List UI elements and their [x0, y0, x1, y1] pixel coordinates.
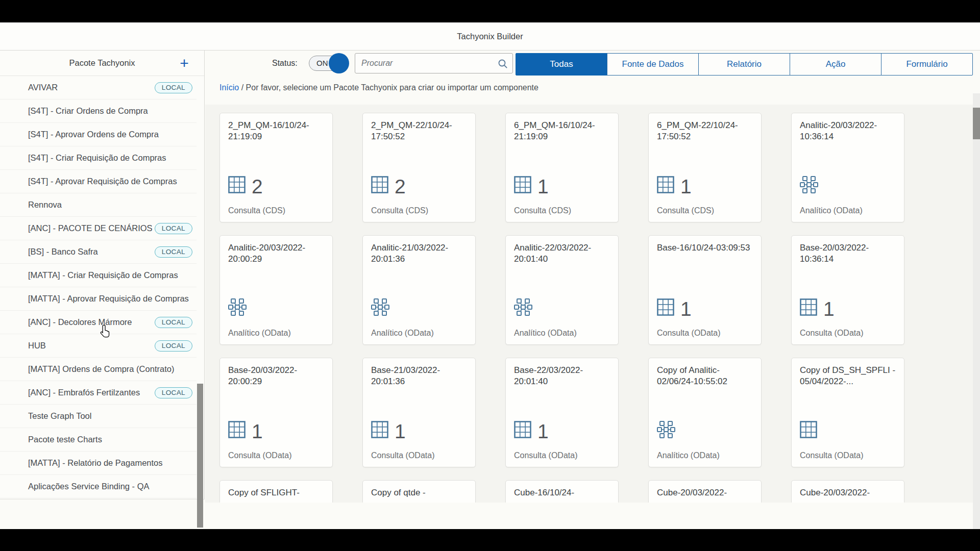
sidebar-item-label: Rennova	[28, 200, 62, 210]
search-icon[interactable]	[498, 59, 508, 71]
component-card[interactable]: 6_PM_QM-22/10/24-17:50:521Consulta (CDS)	[648, 113, 762, 222]
search-input[interactable]	[361, 54, 494, 72]
sidebar-item[interactable]: [S4T] - Criar Requisição de Compras	[0, 146, 197, 170]
main-scrollbar-thumb[interactable]	[973, 108, 980, 139]
sidebar-item-label: [S4T] - Aprovar Ordens de Compra	[28, 130, 159, 139]
card-icon-row	[800, 421, 817, 440]
sidebar-item[interactable]: HUBLOCAL	[0, 334, 197, 358]
grid-icon	[514, 421, 531, 440]
tab-relat-rio[interactable]: Relatório	[698, 53, 790, 76]
local-badge: LOCAL	[155, 223, 192, 234]
component-card[interactable]: Copy of DS_SH_SPFLI - 05/04/2022-...Cons…	[791, 358, 904, 467]
component-card[interactable]: 2_PM_QM-16/10/24-21:19:092Consulta (CDS)	[219, 113, 333, 222]
card-count: 1	[823, 300, 835, 318]
sidebar-item[interactable]: [MATTA] - Relatório de Pagamentos	[0, 452, 197, 475]
component-card[interactable]: Cube-20/03/2022-	[648, 480, 762, 503]
component-card[interactable]: Analitic-20/03/2022-10:36:14Analítico (O…	[791, 113, 904, 222]
component-card[interactable]: Base-20/03/2022-20:00:291Consulta (OData…	[219, 358, 333, 467]
component-card[interactable]: Analitic-20/03/2022-20:00:29Analítico (O…	[219, 235, 333, 345]
card-type-label: Consulta (CDS)	[514, 206, 571, 215]
component-card[interactable]: Analitic-21/03/2022-20:01:36Analítico (O…	[362, 235, 476, 345]
sidebar-item[interactable]: [S4T] - Aprovar Ordens de Compra	[0, 123, 197, 146]
tab-a-o[interactable]: Ação	[790, 53, 881, 76]
sidebar-scrollbar-thumb[interactable]	[197, 384, 203, 528]
molecule-icon	[228, 298, 247, 318]
component-card[interactable]: Base-20/03/2022-10:36:141Consulta (OData…	[791, 235, 904, 345]
card-title: Analitic-22/03/2022-20:01:40	[506, 236, 618, 265]
sidebar-item-label: [MATTA] - Relatório de Pagamentos	[28, 458, 163, 468]
tab-todas[interactable]: Todas	[516, 53, 607, 76]
component-card[interactable]: Copy of SFLIGHT-	[219, 480, 333, 503]
card-icon-row	[800, 176, 818, 195]
card-title: Analitic-20/03/2022-10:36:14	[792, 113, 904, 143]
grid-icon	[514, 176, 531, 195]
filter-tab-bar: TodasFonte de DadosRelatórioAçãoFormulár…	[516, 53, 975, 76]
sidebar-item[interactable]: [MATTA] Ordens de Compra (Contrato)	[0, 358, 197, 381]
card-type-label: Analítico (OData)	[800, 206, 863, 215]
sidebar-title: Pacote Tachyonix	[69, 58, 135, 68]
local-badge: LOCAL	[155, 82, 192, 93]
sidebar-item[interactable]: Teste Graph Tool	[0, 405, 197, 428]
grid-icon	[800, 421, 817, 440]
component-card[interactable]: Base-22/03/2022-20:01:401Consulta (OData…	[505, 358, 619, 467]
card-icon-row	[657, 421, 675, 440]
sidebar-item-label: [S4T] - Aprovar Requisição de Compras	[28, 177, 177, 186]
component-card[interactable]: 6_PM_QM-16/10/24-21:19:091Consulta (CDS)	[505, 113, 619, 222]
card-title: Cube-20/03/2022-	[649, 481, 761, 498]
tab-formul-rio[interactable]: Formulário	[881, 53, 973, 76]
component-card[interactable]: Cube-20/03/2022-	[791, 480, 904, 503]
molecule-icon	[800, 176, 818, 195]
local-badge: LOCAL	[155, 317, 192, 328]
sidebar-item-label: Pacote teste Charts	[28, 435, 102, 444]
card-icon-row: 2	[371, 176, 406, 195]
sidebar-item[interactable]: Pacote teste Charts	[0, 428, 197, 452]
component-card[interactable]: Base-21/03/2022-20:01:361Consulta (OData…	[362, 358, 476, 467]
molecule-icon	[657, 421, 675, 440]
status-label: Status:	[272, 53, 298, 73]
sidebar-item[interactable]: [ANC] - PACOTE DE CENÁRIOSLOCAL	[0, 217, 197, 240]
sidebar-item[interactable]: AVIVARLOCAL	[0, 76, 197, 99]
card-type-label: Consulta (OData)	[800, 451, 864, 460]
card-type-label: Consulta (OData)	[371, 451, 435, 460]
card-type-label: Analítico (OData)	[657, 451, 720, 460]
card-title: Copy of Analitic-02/06/24-10:55:02	[649, 358, 761, 388]
card-icon-row: 1	[514, 421, 549, 440]
sidebar-item-label: [S4T] - Criar Requisição de Compras	[28, 153, 166, 163]
sidebar-item[interactable]: [ANC] - Decolores MármoreLOCAL	[0, 311, 197, 334]
status-toggle[interactable]: ON	[309, 56, 347, 71]
sidebar-item-label: [ANC] - PACOTE DE CENÁRIOS	[28, 223, 153, 233]
grid-icon	[228, 421, 246, 440]
sidebar-item-label: Teste Graph Tool	[28, 411, 91, 421]
toggle-knob[interactable]	[329, 53, 349, 73]
sidebar-item[interactable]: [BS] - Banco SafraLOCAL	[0, 240, 197, 264]
sidebar-item[interactable]: [MATTA] - Aprovar Requisição de Compras	[0, 287, 197, 311]
sidebar-item[interactable]: [S4T] - Aprovar Requisição de Compras	[0, 170, 197, 193]
card-icon-row: 1	[371, 421, 406, 440]
component-card[interactable]: Copy of qtde -	[362, 480, 476, 503]
component-card[interactable]: Analitic-22/03/2022-20:01:40Analítico (O…	[505, 235, 619, 345]
grid-icon	[657, 176, 674, 195]
card-type-label: Consulta (OData)	[228, 451, 292, 460]
card-title: Copy of DS_SH_SPFLI - 05/04/2022-...	[792, 358, 904, 388]
card-icon-row	[514, 298, 532, 318]
component-card[interactable]: Copy of Analitic-02/06/24-10:55:02Analít…	[648, 358, 762, 467]
sidebar-item[interactable]: Rennova	[0, 193, 197, 217]
add-package-button[interactable]: +	[176, 55, 193, 72]
sidebar-item[interactable]: [ANC] - Embrafós FertilzantesLOCAL	[0, 381, 197, 405]
local-badge: LOCAL	[155, 387, 192, 398]
local-badge: LOCAL	[155, 246, 192, 258]
sidebar-item[interactable]: Aplicações Service Binding - QA	[0, 475, 197, 498]
breadcrumb-home-link[interactable]: Início	[219, 83, 239, 92]
sidebar-item[interactable]: [MATTA] - Criar Requisição de Compras	[0, 264, 197, 287]
tab-fonte-de-dados[interactable]: Fonte de Dados	[607, 53, 699, 76]
component-card[interactable]: Cube-16/10/24-	[505, 480, 619, 503]
sidebar-item[interactable]: [S4T] - Criar Ordens de Compra	[0, 99, 197, 123]
molecule-icon	[514, 298, 532, 318]
molecule-icon	[371, 298, 389, 318]
card-title: 2_PM_QM-16/10/24-21:19:09	[220, 113, 332, 143]
title-bar: Tachyonix Builder	[0, 22, 980, 51]
card-type-label: Consulta (OData)	[800, 329, 864, 338]
card-icon-row	[371, 298, 389, 318]
component-card[interactable]: 2_PM_QM-22/10/24-17:50:522Consulta (CDS)	[362, 113, 476, 222]
component-card[interactable]: Base-16/10/24-03:09:531Consulta (OData)	[648, 235, 762, 345]
